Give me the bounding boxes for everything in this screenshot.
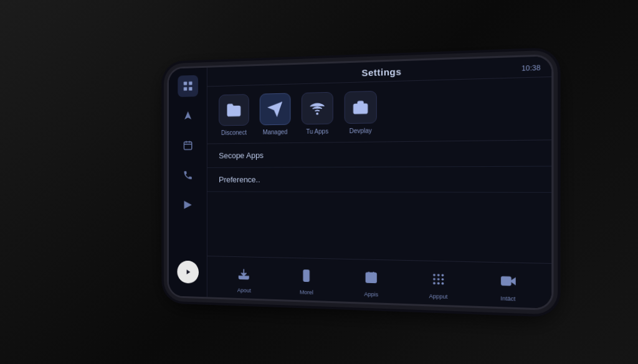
about-label: Apout xyxy=(237,287,251,293)
preference-item[interactable]: Preference.. xyxy=(207,166,551,192)
managed-label: Managed xyxy=(263,128,288,135)
disconnect-icon-item[interactable]: Disconect xyxy=(219,94,249,136)
managed-icon-box xyxy=(260,93,291,125)
appput-icon xyxy=(427,267,450,291)
apps-icon-item[interactable]: Appis xyxy=(341,265,401,298)
svg-point-31 xyxy=(437,282,440,284)
more-icon-item[interactable]: Morel xyxy=(278,264,335,296)
scope-apps-label: Secope Apps xyxy=(219,151,264,160)
intact-icon-item[interactable]: Intäct xyxy=(476,268,540,302)
svg-rect-3 xyxy=(189,86,192,90)
sidebar-calendar-icon[interactable] xyxy=(178,134,198,156)
appput-icon-item[interactable]: Appput xyxy=(407,267,469,301)
more-label: Morel xyxy=(300,289,313,296)
svg-point-27 xyxy=(433,278,436,280)
appput-label: Appput xyxy=(429,292,448,299)
sidebar-phone-icon[interactable] xyxy=(178,164,198,185)
svg-point-8 xyxy=(232,109,235,111)
sidebar-grid-icon[interactable] xyxy=(178,75,198,96)
svg-rect-4 xyxy=(184,142,191,149)
svg-point-24 xyxy=(433,274,436,276)
svg-point-11 xyxy=(317,113,318,114)
svg-point-25 xyxy=(437,274,440,276)
apps-icon xyxy=(360,266,383,289)
svg-point-26 xyxy=(441,274,444,276)
main-content: Settings 10:38 Disconect xyxy=(207,56,551,309)
devplay-icon-item[interactable]: Devplay xyxy=(345,90,377,134)
svg-rect-17 xyxy=(366,273,376,282)
svg-point-28 xyxy=(437,278,440,280)
screen-inner: Settings 10:38 Disconect xyxy=(169,56,551,309)
more-icon xyxy=(295,264,317,286)
about-icon xyxy=(234,263,255,285)
scope-apps-item[interactable]: Secope Apps xyxy=(207,140,551,168)
disconnect-icon-box xyxy=(219,94,249,126)
sidebar xyxy=(169,67,207,297)
tu-apps-label: Tu Apps xyxy=(306,128,328,134)
managed-icon-item[interactable]: Managed xyxy=(260,93,291,136)
top-icons-row: Disconect Managed xyxy=(207,77,551,144)
intact-label: Intäct xyxy=(500,295,515,302)
svg-rect-2 xyxy=(183,87,186,91)
sidebar-play-button[interactable] xyxy=(177,260,199,283)
sidebar-playstore-icon[interactable] xyxy=(178,194,198,216)
devplay-icon-box xyxy=(345,90,377,123)
page-title: Settings xyxy=(251,62,521,81)
sidebar-nav-icon[interactable] xyxy=(178,105,198,126)
tu-apps-icon-box xyxy=(302,91,333,124)
svg-point-32 xyxy=(441,282,444,284)
disconnect-label: Disconect xyxy=(221,129,247,136)
svg-point-30 xyxy=(433,282,436,284)
screen-bezel: Settings 10:38 Disconect xyxy=(167,54,553,310)
svg-marker-10 xyxy=(269,102,282,116)
tu-apps-icon-item[interactable]: Tu Apps xyxy=(302,91,333,134)
svg-rect-1 xyxy=(189,82,192,85)
intact-icon xyxy=(496,269,520,293)
apps-label: Appis xyxy=(364,291,378,297)
svg-point-29 xyxy=(441,278,444,281)
svg-rect-0 xyxy=(183,82,186,85)
about-icon-item[interactable]: Apout xyxy=(216,262,272,294)
preference-label: Preference.. xyxy=(219,175,260,184)
bottom-icons-row: Apout Morel xyxy=(207,256,551,309)
svg-rect-33 xyxy=(501,276,510,285)
devplay-label: Devplay xyxy=(350,127,372,134)
car-frame: Settings 10:38 Disconect xyxy=(0,0,638,364)
status-time: 10:38 xyxy=(521,63,540,72)
